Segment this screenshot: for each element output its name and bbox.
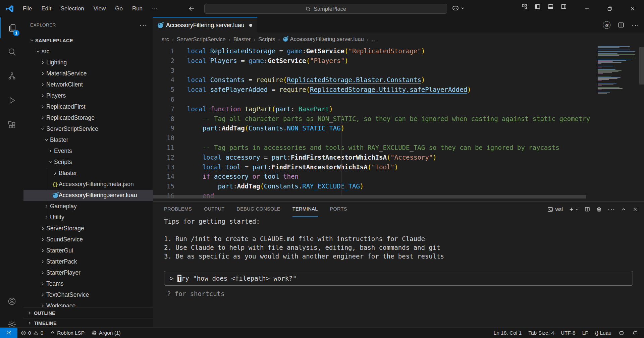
run-debug-icon[interactable] <box>0 90 23 111</box>
tree-item-utility[interactable]: Utility <box>23 212 153 223</box>
split-editor-icon[interactable] <box>618 21 625 29</box>
code-line[interactable]: 4local Constants = require(ReplicatedSto… <box>153 75 644 85</box>
breadcrumb-item[interactable]: ServerScriptService <box>177 36 226 43</box>
breadcrumb-item[interactable]: src <box>162 36 169 43</box>
outline-section-header[interactable]: OUTLINE <box>23 307 153 319</box>
tree-item-gameplay[interactable]: Gameplay <box>23 201 153 212</box>
roblox-lsp-status[interactable]: Roblox LSP <box>47 328 88 338</box>
panel-tab-ports[interactable]: PORTS <box>330 202 347 217</box>
split-terminal-icon[interactable] <box>584 206 590 212</box>
tree-item-textchatservice[interactable]: TextChatService <box>23 289 153 300</box>
close-panel-icon[interactable] <box>632 207 638 212</box>
code-line[interactable]: 3 <box>153 66 644 75</box>
code-line[interactable]: 15 part:AddTag(Constants.RAY_EXCLUDE_TAG… <box>153 181 644 191</box>
encoding-status[interactable]: UTF-8 <box>557 328 579 338</box>
command-center-search[interactable]: SamplePlace <box>204 4 447 14</box>
editor-tab[interactable]: AccessoryFiltering.server.luau <box>153 17 257 33</box>
menu-file[interactable]: File <box>19 4 36 14</box>
code-line[interactable]: 11 -- Tag parts in accessories and tools… <box>153 143 644 153</box>
extensions-icon[interactable] <box>0 114 23 135</box>
tree-item-startergui[interactable]: StarterGui <box>23 245 153 256</box>
tree-item-serverstorage[interactable]: ServerStorage <box>23 223 153 234</box>
notifications-bell-icon[interactable] <box>628 328 641 338</box>
tree-item-accessoryfiltering-meta-json[interactable]: {}AccessoryFiltering.meta.json <box>23 179 153 190</box>
breadcrumb-item[interactable]: Blaster <box>233 36 251 43</box>
tree-item-sampleplace[interactable]: SAMPLEPLACE <box>23 35 153 46</box>
menu-selection[interactable]: Selection <box>57 4 88 14</box>
code-line[interactable]: 14 if accessory or tool then <box>153 172 644 181</box>
language-mode-status[interactable]: {} Luau <box>592 328 615 338</box>
copilot-menu[interactable] <box>451 4 465 12</box>
close-button[interactable] <box>621 0 644 17</box>
tree-item-events[interactable]: Events <box>23 146 153 157</box>
ueberzug-extension-icon[interactable]: u <box>603 21 610 29</box>
code-line[interactable]: 1local ReplicatedStorage = game:GetServi… <box>153 46 644 56</box>
tree-item-blaster[interactable]: Blaster <box>23 168 153 179</box>
claude-input-box[interactable]: >Try "how does <filepath> work?" <box>164 271 633 286</box>
new-terminal-icon[interactable] <box>569 207 579 212</box>
kill-terminal-icon[interactable] <box>596 206 602 212</box>
code-line[interactable]: 13 local tool = part:FindFirstAncestorWh… <box>153 162 644 172</box>
maximize-panel-icon[interactable] <box>621 207 627 212</box>
indentation-status[interactable]: Tab Size: 4 <box>525 328 557 338</box>
back-icon[interactable] <box>188 5 195 12</box>
tree-item-teams[interactable]: Teams <box>23 278 153 289</box>
modified-dot-icon[interactable] <box>249 24 252 27</box>
tree-item-scripts[interactable]: Scripts <box>23 157 153 168</box>
timeline-section-header[interactable]: TIMELINE <box>23 319 153 327</box>
vertical-scrollbar[interactable] <box>639 47 644 84</box>
code-line[interactable]: 5local safePlayerAdded = require(Replica… <box>153 85 644 95</box>
code-line[interactable]: 6 <box>153 95 644 104</box>
menu-[interactable]: ··· <box>148 4 162 14</box>
breadcrumb-item[interactable]: … <box>372 36 377 43</box>
customize-layout-icon[interactable] <box>521 3 528 10</box>
toggle-secondary-sidebar-icon[interactable] <box>560 3 567 10</box>
panel-tab-terminal[interactable]: TERMINAL <box>292 202 318 217</box>
code-line[interactable]: 8 -- Tag all character parts as NON_STAT… <box>153 114 644 124</box>
problems-status[interactable]: 00 <box>17 328 47 338</box>
restore-button[interactable] <box>598 0 621 17</box>
breadcrumb-item[interactable]: Scripts <box>258 36 275 43</box>
tree-item-lighting[interactable]: Lighting <box>23 57 153 68</box>
search-icon[interactable] <box>0 41 23 62</box>
minimize-button[interactable] <box>576 0 598 17</box>
code-editor[interactable]: 1local ReplicatedStorage = game:GetServi… <box>153 46 644 201</box>
tree-item-networkclient[interactable]: NetworkClient <box>23 79 153 90</box>
menu-run[interactable]: Run <box>128 4 147 14</box>
tree-item-serverscriptservice[interactable]: ServerScriptService <box>23 123 153 134</box>
tree-item-blaster[interactable]: Blaster <box>23 134 153 146</box>
menu-view[interactable]: View <box>90 4 110 14</box>
more-actions-icon[interactable]: ··· <box>632 21 639 29</box>
cursor-position-status[interactable]: Ln 18, Col 1 <box>490 328 525 338</box>
tree-item-src[interactable]: src <box>23 46 153 57</box>
account-icon[interactable] <box>0 291 23 312</box>
tree-item-accessoryfiltering-server-luau[interactable]: AccessoryFiltering.server.luau <box>23 190 153 201</box>
breadcrumb-item[interactable]: AccessoryFiltering.server.luau <box>283 36 364 43</box>
panel-tab-debug-console[interactable]: DEBUG CONSOLE <box>236 202 280 217</box>
terminal-output[interactable]: Tips for getting started: 1. Run /init t… <box>164 217 636 298</box>
argon-status[interactable]: Argon (1) <box>88 328 124 338</box>
explorer-icon[interactable]: 1 <box>0 17 23 38</box>
explorer-more-actions-icon[interactable]: ··· <box>140 21 147 29</box>
code-line[interactable]: 7local function tagPart(part: BasePart) <box>153 104 644 114</box>
eol-status[interactable]: LF <box>579 328 592 338</box>
menu-edit[interactable]: Edit <box>37 4 55 14</box>
source-control-icon[interactable] <box>0 65 23 86</box>
terminal-profile[interactable]: wsl <box>547 206 563 213</box>
remote-indicator[interactable] <box>0 328 17 338</box>
tree-item-starterplayer[interactable]: StarterPlayer <box>23 267 153 278</box>
minimap[interactable] <box>598 46 637 201</box>
toggle-primary-sidebar-icon[interactable] <box>534 3 541 10</box>
tree-item-soundservice[interactable]: SoundService <box>23 234 153 245</box>
code-line[interactable]: 10 <box>153 133 644 143</box>
tree-item-replicatedfirst[interactable]: ReplicatedFirst <box>23 101 153 112</box>
copilot-status[interactable] <box>615 328 628 338</box>
code-line[interactable]: 9 part:AddTag(Constants.NON_STATIC_TAG) <box>153 123 644 133</box>
panel-tab-problems[interactable]: PROBLEMS <box>164 202 192 217</box>
tree-item-replicatedstorage[interactable]: ReplicatedStorage <box>23 112 153 123</box>
code-line[interactable]: 12 local accessory = part:FindFirstAnces… <box>153 153 644 162</box>
toggle-panel-icon[interactable] <box>547 3 554 10</box>
horizontal-scrollbar[interactable] <box>153 195 586 199</box>
menu-go[interactable]: Go <box>111 4 127 14</box>
tree-item-materialservice[interactable]: MaterialService <box>23 68 153 79</box>
